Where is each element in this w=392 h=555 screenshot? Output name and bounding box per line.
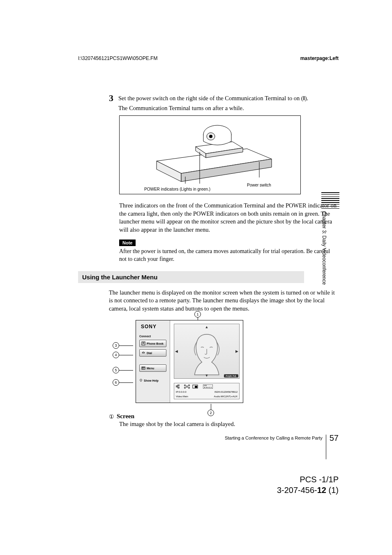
callout-4-line [119, 355, 133, 355]
footer: Starting a Conference by Calling a Remot… [225, 426, 339, 450]
status-video: Video:Main [176, 395, 188, 398]
show-help-label: Show Help [144, 379, 159, 382]
angle-adj-label: Angle Adj. [224, 374, 238, 378]
svg-point-35 [206, 387, 207, 388]
page-number: 57 [330, 433, 339, 443]
doc-id-line2: 3-207-456-12 (1) [277, 485, 339, 495]
svg-point-25 [186, 386, 188, 387]
menu-icon [141, 366, 145, 370]
launcher-menu-figure: SONY Connect Phone Book Dial [136, 320, 243, 403]
status-text-row1: IP:0.0.0.0 ISDN:012345678912 [176, 391, 238, 393]
svg-rect-22 [178, 387, 179, 388]
side-tab-lines [321, 192, 339, 209]
arrow-right-icon: ▶ [235, 349, 238, 353]
callout-2-line [211, 404, 211, 410]
svg-rect-21 [178, 385, 179, 386]
doc-id-2c: (1) [326, 486, 339, 495]
callout-2-num: 2 [208, 410, 214, 416]
step-3-block: 3 Set the power switch on the right side… [109, 94, 339, 112]
doc-id-2a: 3-207-456- [277, 486, 317, 495]
svg-rect-15 [142, 367, 145, 369]
header-masterpage: masterpage:Left [300, 55, 339, 61]
doc-id-2b: 12 [317, 486, 326, 495]
launcher-sidebar: SONY Connect Phone Book Dial [136, 320, 170, 403]
phone-book-icon [141, 341, 145, 345]
step-line1-b: ). [305, 95, 308, 101]
status-text-row2: Video:Main Audio:MIC(INT)+AUX [176, 395, 238, 398]
terminal-svg [120, 116, 300, 194]
document-id: PCS -1/1P 3-207-456-12 (1) [277, 474, 339, 495]
chapter-side-tab: Chapter 3: Daily Videoconference [321, 192, 339, 290]
svg-point-27 [189, 385, 190, 386]
callout-6: 6 [113, 379, 133, 386]
paragraph-after-figure1: Three indicators on the front of the Com… [119, 202, 339, 234]
doc-id-line1: PCS -1/1P [277, 474, 339, 485]
svg-rect-20 [176, 386, 177, 387]
arrow-left-icon: ◀ [175, 349, 178, 353]
callout-4-num: 4 [113, 352, 119, 358]
status-icons-row: ISDN [176, 385, 238, 389]
phone-book-label: Phone Book [147, 342, 164, 345]
isdn-box-icon: ISDN [203, 385, 213, 389]
svg-point-29 [189, 387, 190, 389]
svg-text:ISDN: ISDN [204, 385, 207, 387]
callout-6-num: 6 [113, 379, 119, 386]
svg-point-36 [208, 387, 208, 388]
svg-rect-31 [195, 386, 197, 388]
bulb-icon [139, 379, 143, 382]
callout-5-num: 5 [113, 367, 119, 373]
launcher-status-bar: ISDN IP:0.0.0.0 ISDN:012345678912 Video:… [174, 383, 240, 399]
content-area: 3 Set the power switch on the right side… [78, 94, 339, 428]
document-page: I:\3207456121PCS1WW\05OPE.FM masterpage:… [0, 0, 392, 555]
svg-point-38 [211, 387, 212, 388]
item-1-number: ① [109, 413, 114, 420]
footer-divider [326, 435, 326, 459]
callout-1-num: 1 [194, 311, 201, 318]
figure-terminal: POWER indicators (Lights in green.) Powe… [119, 115, 301, 194]
status-isdn: ISDN:012345678912 [214, 391, 238, 393]
dial-label: Dial [147, 352, 152, 355]
status-ip: IP:0.0.0.0 [176, 391, 187, 393]
status-audio: Audio:MIC(INT)+AUX [214, 395, 238, 398]
callout-5: 5 [113, 367, 133, 373]
sony-logo: SONY [141, 324, 157, 329]
footer-text: Starting a Conference by Calling a Remot… [225, 435, 323, 440]
menu-label: Menu [147, 367, 154, 370]
figure1-label-power-switch: Power switch [247, 183, 271, 187]
figure-launcher-wrap: 1 3 4 5 6 SONY [115, 320, 263, 403]
step-text: Set the power switch on the right side o… [118, 94, 339, 112]
item-1-heading: ① Screen [109, 413, 339, 420]
display-icon [192, 385, 198, 389]
arrow-up-icon: ▲ [205, 325, 209, 329]
launcher-main-view: ▲ ▼ ◀ ▶ Angle Adj. [174, 324, 240, 379]
svg-point-37 [209, 387, 210, 388]
step-line2: The Communication Terminal turns on afte… [118, 104, 339, 113]
menu-button[interactable]: Menu [139, 364, 166, 372]
network-icon [176, 385, 182, 389]
callout-3-line [119, 345, 133, 346]
callout-2: 2 [208, 404, 214, 416]
svg-point-18 [140, 379, 142, 381]
note-text: After the power is turned on, the camera… [119, 248, 339, 263]
show-help-button[interactable]: Show Help [139, 379, 159, 382]
launcher-intro: The launcher menu is displayed on the mo… [109, 289, 339, 313]
section-heading-launcher: Using the Launcher Menu [78, 271, 304, 283]
multipoint-icon [184, 385, 190, 389]
arrow-down-icon: ▼ [205, 373, 209, 378]
phone-book-button[interactable]: Phone Book [139, 340, 166, 347]
figure1-label-power-indicators: POWER indicators (Lights in green.) [144, 187, 210, 191]
item-1-title: Screen [117, 413, 134, 420]
dial-icon [141, 351, 145, 355]
connect-label: Connect [139, 335, 151, 338]
chapter-side-label: Chapter 3: Daily Videoconference [321, 211, 327, 289]
note-badge: Note [119, 240, 136, 246]
svg-point-26 [184, 385, 186, 386]
svg-point-28 [184, 387, 186, 389]
step-line1-a: Set the power switch on the right side o… [118, 95, 303, 101]
callout-5-line [119, 370, 133, 371]
step-number: 3 [109, 94, 113, 111]
callout-3: 3 [113, 342, 133, 349]
svg-point-8 [209, 135, 212, 138]
dial-button[interactable]: Dial [139, 349, 166, 357]
callout-6-line [119, 382, 133, 383]
